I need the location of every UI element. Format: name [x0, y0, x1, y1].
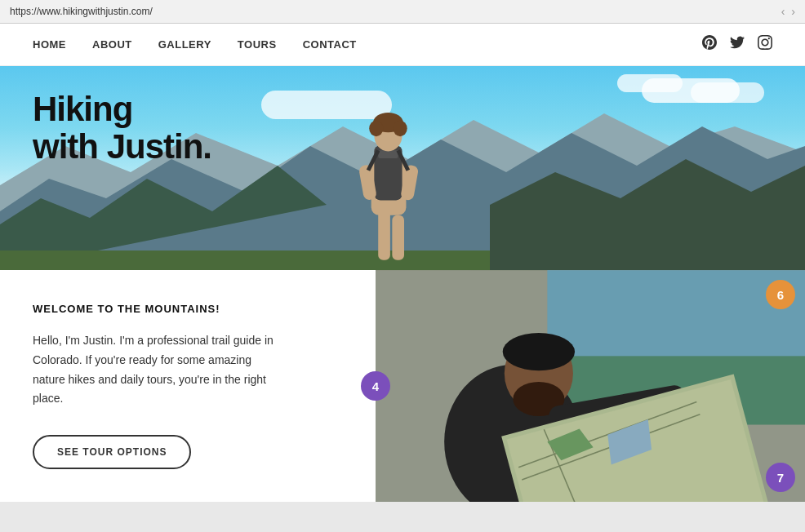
nav-links: HOME ABOUT GALLERY TOURS CONTACT: [33, 38, 357, 51]
see-tour-options-button[interactable]: SEE TOUR OPTIONS: [33, 435, 191, 469]
hero-title: Hiking with Justin.: [33, 91, 211, 166]
hero-person-svg: [333, 91, 439, 270]
hero-section: Hiking with Justin.: [0, 66, 805, 270]
content-left: WELCOME TO THE MOUNTAINS! Hello, I'm Jus…: [0, 270, 376, 502]
browser-url: https://www.hikingwithjustin.com/: [10, 6, 153, 17]
content-right: 6 7: [376, 270, 805, 502]
welcome-title: WELCOME TO THE MOUNTAINS!: [33, 303, 343, 315]
cloud-3: [691, 82, 764, 103]
nav-contact[interactable]: CONTACT: [303, 38, 357, 51]
map-photo-overlay: [376, 270, 805, 502]
svg-point-13: [394, 121, 407, 137]
svg-point-12: [369, 121, 383, 137]
pinterest-icon[interactable]: [702, 35, 717, 54]
nav-gallery[interactable]: GALLERY: [158, 38, 211, 51]
navbar: HOME ABOUT GALLERY TOURS CONTACT: [0, 24, 805, 66]
map-photo: [376, 270, 805, 502]
svg-rect-6: [393, 215, 405, 260]
annotation-bubble-7: 7: [766, 463, 795, 492]
nav-about[interactable]: ABOUT: [92, 38, 132, 51]
svg-rect-9: [378, 150, 398, 158]
browser-back[interactable]: ‹: [781, 5, 785, 18]
nav-home[interactable]: HOME: [33, 38, 66, 51]
browser-chrome: https://www.hikingwithjustin.com/ ‹ ›: [0, 0, 805, 24]
annotation-bubble-4: 4: [361, 371, 390, 401]
welcome-text: Hello, I'm Justin. I'm a professional tr…: [33, 331, 278, 409]
annotation-bubble-6: 6: [766, 280, 795, 309]
svg-rect-5: [378, 211, 390, 260]
nav-social: [702, 35, 772, 54]
instagram-icon[interactable]: [758, 35, 772, 54]
browser-nav: ‹ ›: [781, 5, 795, 18]
nav-tours[interactable]: TOURS: [238, 38, 277, 51]
browser-forward[interactable]: ›: [791, 5, 795, 18]
twitter-icon[interactable]: [730, 35, 745, 54]
cloud-2: [617, 74, 683, 92]
content-section: WELCOME TO THE MOUNTAINS! Hello, I'm Jus…: [0, 270, 805, 502]
hero-title-line1: Hiking: [33, 91, 211, 128]
hero-title-line2: with Justin.: [33, 128, 211, 166]
page: HOME ABOUT GALLERY TOURS CONTACT: [0, 24, 805, 502]
